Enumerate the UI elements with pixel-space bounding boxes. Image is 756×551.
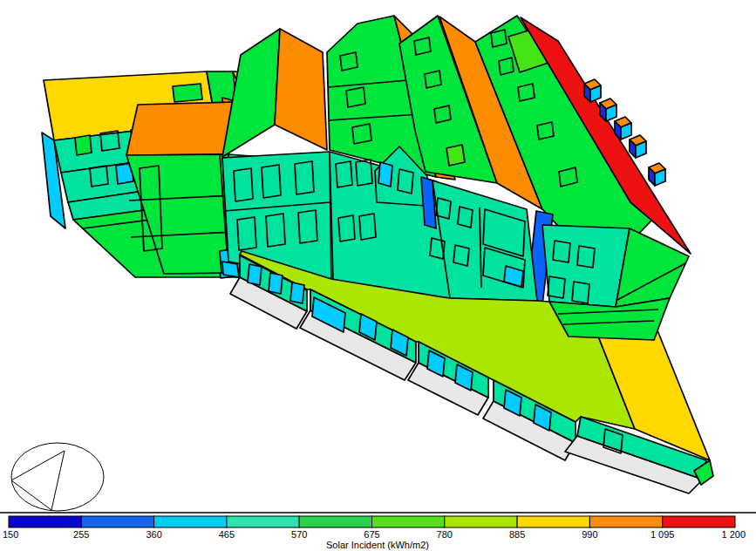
wall1-win3 — [290, 282, 304, 303]
colorbar-tick-label: 885 — [509, 529, 525, 540]
colorbar-tick-label: 1 095 — [650, 529, 675, 540]
bldgC-skylight — [446, 145, 465, 166]
colorbar-tick-label: 780 — [437, 529, 453, 540]
colorbar-segment — [81, 516, 153, 527]
colorbar-segment — [9, 516, 81, 527]
colorbar-tick-label: 1 200 — [721, 529, 746, 540]
compass-ellipse — [11, 443, 104, 511]
colorbar-legend: 1502553604655706757808859901 0951 200Sol… — [0, 513, 756, 550]
colorbar-segment — [227, 516, 299, 527]
houseA-roof-orange — [275, 29, 327, 150]
colorbar-segment — [445, 516, 517, 527]
colorbar-segment — [372, 516, 445, 527]
colorbar-tick-label: 465 — [219, 529, 235, 540]
wall1-win2 — [269, 273, 283, 294]
cyan-stub-left — [222, 262, 239, 277]
colorbar-tick-label: 570 — [291, 529, 307, 540]
colorbar-axis-label: Solar Incident (kWh/m2) — [326, 540, 429, 550]
colorbar-segment — [517, 516, 589, 527]
colorbar-segment — [154, 516, 227, 527]
band1-window-green — [75, 135, 92, 155]
compass-needle — [11, 451, 65, 510]
colorbar-tick-label: 360 — [146, 529, 161, 540]
bldg3-roof-orange — [126, 102, 233, 155]
colorbar-segment — [299, 516, 371, 527]
colorbar-tick-label: 675 — [364, 529, 379, 540]
solar-3d-scene: 1502553604655706757808859901 0951 200Sol… — [0, 0, 756, 551]
colorbar-segment — [663, 516, 735, 527]
colorbar-tick-label: 255 — [73, 529, 89, 540]
solar-analysis-viewport: 1502553604655706757808859901 0951 200Sol… — [0, 0, 756, 551]
building-model[interactable] — [42, 16, 713, 493]
colorbar-segment — [589, 516, 662, 527]
compass-rose — [11, 443, 104, 511]
colorbar-tick-label: 150 — [3, 529, 18, 540]
colorbar-tick-label: 990 — [582, 529, 597, 540]
left-roof-green-patch — [173, 84, 202, 102]
wall1-win1 — [248, 264, 262, 285]
houseB-gable-win-cyan — [378, 162, 392, 187]
